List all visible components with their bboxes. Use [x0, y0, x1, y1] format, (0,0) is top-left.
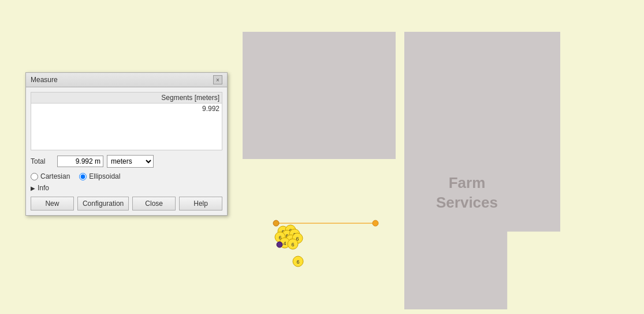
svg-point-9 — [289, 229, 300, 239]
info-label: Info — [38, 184, 49, 192]
cartesian-radio-label[interactable]: Cartesian — [31, 172, 70, 180]
ellipsoidal-radio-label[interactable]: Ellipsoidal — [79, 172, 120, 180]
ellipsoidal-radio[interactable] — [79, 173, 87, 180]
svg-text:6: 6 — [296, 236, 299, 242]
farm-services-label: Farm Services — [436, 173, 498, 213]
button-row: New Configuration Close Help — [31, 197, 222, 210]
info-row[interactable]: ▶ Info — [31, 184, 222, 192]
dialog-close-button[interactable]: × — [213, 75, 222, 84]
info-arrow-icon: ▶ — [31, 185, 35, 191]
svg-point-21 — [277, 242, 282, 247]
svg-point-22 — [293, 256, 303, 267]
unit-select[interactable]: meters feet miles kilometers — [107, 155, 154, 168]
total-input[interactable] — [57, 156, 103, 167]
segments-table: Segments [meters] 9.992 — [31, 92, 222, 150]
svg-text:6: 6 — [281, 229, 284, 235]
radio-row: Cartesian Ellipsoidal — [31, 172, 222, 180]
svg-text:4: 4 — [283, 241, 286, 246]
ellipsoidal-label: Ellipsoidal — [89, 172, 120, 180]
svg-point-1 — [373, 220, 378, 226]
svg-point-5 — [285, 225, 296, 235]
svg-text:6: 6 — [293, 232, 296, 238]
total-row: Total meters feet miles kilometers — [31, 155, 222, 168]
segments-header: Segments [meters] — [31, 93, 222, 104]
svg-point-11 — [275, 232, 285, 242]
svg-point-19 — [288, 239, 298, 249]
map-region-left — [243, 32, 396, 159]
svg-text:6: 6 — [289, 228, 292, 234]
svg-point-3 — [278, 226, 288, 237]
cartesian-radio[interactable] — [31, 173, 38, 180]
svg-point-17 — [280, 238, 290, 248]
map-region-right — [404, 32, 560, 309]
configuration-button[interactable]: Configuration — [77, 197, 129, 210]
svg-point-13 — [286, 235, 296, 245]
dialog-body: Segments [meters] 9.992 Total meters fee… — [26, 87, 227, 215]
segments-body: 9.992 — [31, 104, 222, 150]
svg-point-7 — [282, 230, 292, 241]
dialog-title: Measure — [31, 76, 58, 84]
cartesian-label: Cartesian — [40, 172, 70, 180]
help-button[interactable]: Help — [179, 197, 222, 210]
close-button[interactable]: Close — [132, 197, 176, 210]
total-label: Total — [31, 157, 54, 165]
svg-text:6: 6 — [289, 238, 292, 243]
dialog-titlebar: Measure × — [26, 73, 227, 87]
svg-text:6: 6 — [296, 259, 299, 265]
measure-dialog: Measure × Segments [meters] 9.992 Total … — [25, 72, 228, 216]
svg-text:6: 6 — [291, 242, 294, 247]
svg-text:6: 6 — [285, 233, 288, 239]
new-button[interactable]: New — [31, 197, 74, 210]
svg-point-15 — [292, 233, 303, 243]
svg-point-2 — [273, 220, 279, 226]
segment-value: 9.992 — [33, 105, 219, 113]
svg-text:6: 6 — [278, 235, 281, 241]
